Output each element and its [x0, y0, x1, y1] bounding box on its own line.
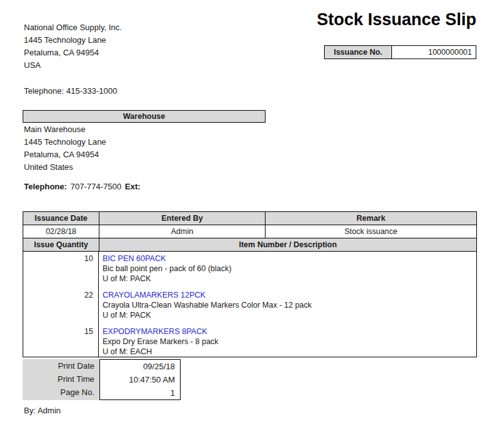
warehouse-city: Petaluma, CA 94954 — [24, 148, 106, 161]
issuance-number-box: Issuance No. 1000000001 — [324, 45, 476, 59]
company-name: National Office Supply, Inc. — [24, 21, 122, 34]
print-time-label: Print Time — [23, 372, 99, 386]
items-area: 10 22 15 BIC PEN 60PACK Bic ball point p… — [23, 252, 477, 357]
page-no-value: 1 — [100, 386, 180, 399]
description-column: BIC PEN 60PACK Bic ball point pen - pack… — [99, 252, 476, 357]
company-country: USA — [24, 59, 122, 72]
header-item-description: Item Number / Description — [99, 238, 477, 252]
header-issuance-date: Issuance Date — [23, 212, 99, 225]
quantity-column: 10 22 15 — [23, 252, 99, 357]
page-no-label: Page No. — [23, 386, 99, 399]
header-issue-quantity: Issue Quantity — [23, 238, 99, 252]
header-remark: Remark — [266, 212, 477, 225]
company-phone: Telephone: 415-333-1000 — [24, 85, 117, 98]
value-remark: Stock issuance — [266, 225, 477, 238]
item-quantity: 22 — [23, 288, 98, 325]
warehouse-section-header: Warehouse — [23, 110, 266, 123]
company-address: 1445 Technology Lane — [24, 34, 122, 47]
print-date-label: Print Date — [23, 359, 99, 372]
warehouse-phone-value: 707-774-7500 — [70, 182, 121, 191]
item-uom: U of M: PACK — [103, 274, 476, 284]
header-entered-by: Entered By — [99, 212, 266, 225]
warehouse-name: Main Warehouse — [24, 123, 106, 136]
value-entered-by: Admin — [99, 225, 266, 238]
print-info-values: 09/25/18 10:47:50 AM 1 — [99, 359, 181, 400]
item-quantity: 15 — [23, 325, 98, 357]
item-description: Bic ball point pen - pack of 60 (black) — [103, 264, 476, 274]
info-value-row: 02/28/18 Admin Stock issuance — [23, 225, 477, 238]
item-number-link[interactable]: BIC PEN 60PACK — [103, 254, 476, 264]
item-uom: U of M: PACK — [103, 310, 476, 320]
warehouse-phone-label: Telephone: — [24, 182, 67, 191]
issued-by-line: By: Admin — [24, 405, 61, 417]
issuance-table: Issuance Date Entered By Remark 02/28/18… — [23, 211, 477, 357]
issuance-number-label: Issuance No. — [325, 46, 392, 59]
item-row: BIC PEN 60PACK Bic ball point pen - pack… — [103, 254, 476, 284]
warehouse-phone-line: Telephone: 707-774-7500 Ext: — [24, 181, 142, 193]
item-uom: U of M: EACH — [103, 347, 476, 357]
items-header-row: Issue Quantity Item Number / Description — [23, 238, 477, 252]
page-title: Stock Issuance Slip — [189, 10, 476, 30]
item-row: CRAYOLAMARKERS 12PCK Crayola Ultra-Clean… — [103, 290, 476, 320]
items-body-row: 10 22 15 BIC PEN 60PACK Bic ball point p… — [23, 252, 477, 357]
company-city: Petaluma, CA 94954 — [24, 47, 122, 59]
warehouse-address: 1445 Technology Lane — [24, 136, 106, 148]
print-info-box: Print Date Print Time Page No. 09/25/18 … — [23, 359, 181, 400]
value-issuance-date: 02/28/18 — [23, 225, 99, 238]
company-info-block: National Office Supply, Inc. 1445 Techno… — [24, 21, 122, 72]
print-info-labels: Print Date Print Time Page No. — [23, 359, 99, 400]
warehouse-ext-label: Ext: — [125, 182, 141, 191]
stock-issuance-slip-page: National Office Supply, Inc. 1445 Techno… — [0, 0, 504, 441]
issuance-number-value: 1000000001 — [392, 46, 476, 59]
item-quantity: 10 — [23, 252, 98, 288]
item-number-link[interactable]: EXPODRYMARKERS 8PACK — [103, 327, 476, 337]
warehouse-address-block: Main Warehouse 1445 Technology Lane Peta… — [24, 123, 106, 174]
item-description: Crayola Ultra-Clean Washable Markers Col… — [103, 300, 476, 310]
print-date-value: 09/25/18 — [100, 360, 180, 373]
item-row: EXPODRYMARKERS 8PACK Expo Dry Erase Mark… — [103, 327, 476, 357]
item-description: Expo Dry Erase Markers - 8 pack — [103, 337, 476, 347]
info-header-row: Issuance Date Entered By Remark — [23, 212, 477, 225]
item-number-link[interactable]: CRAYOLAMARKERS 12PCK — [103, 290, 476, 300]
print-time-value: 10:47:50 AM — [100, 373, 180, 386]
warehouse-country: United States — [24, 161, 106, 174]
